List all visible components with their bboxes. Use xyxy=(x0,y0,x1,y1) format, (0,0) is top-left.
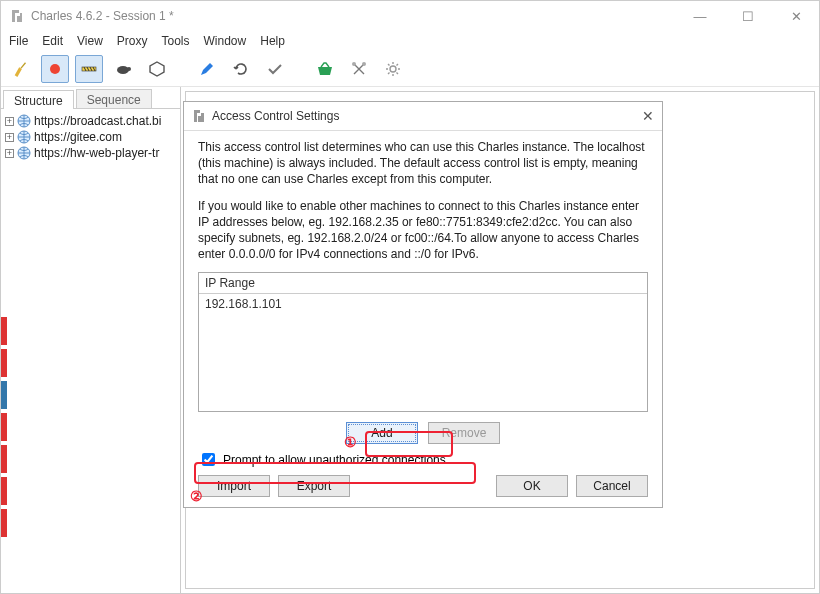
export-button[interactable]: Export xyxy=(278,475,350,497)
add-button[interactable]: Add xyxy=(346,422,418,444)
svg-point-5 xyxy=(352,62,356,66)
dialog-close-button[interactable]: ✕ xyxy=(642,108,654,124)
globe-icon xyxy=(17,114,31,128)
expand-icon[interactable]: + xyxy=(5,117,14,126)
minimize-button[interactable]: — xyxy=(685,9,715,24)
menu-window[interactable]: Window xyxy=(204,34,247,48)
gear-icon[interactable] xyxy=(379,55,407,83)
svg-point-7 xyxy=(390,66,396,72)
menu-help[interactable]: Help xyxy=(260,34,285,48)
cancel-button[interactable]: Cancel xyxy=(576,475,648,497)
window-titlebar: Charles 4.6.2 - Session 1 * — ☐ ✕ xyxy=(1,1,819,31)
ip-range-header: IP Range xyxy=(199,273,647,294)
menu-tools[interactable]: Tools xyxy=(162,34,190,48)
broom-icon[interactable] xyxy=(7,55,35,83)
structure-tree[interactable]: + https://broadcast.chat.bi + https://gi… xyxy=(1,109,180,165)
toolbar xyxy=(1,51,819,87)
left-edge-markers xyxy=(1,317,7,537)
maximize-button[interactable]: ☐ xyxy=(733,9,763,24)
menu-edit[interactable]: Edit xyxy=(42,34,63,48)
ip-range-row[interactable]: 192.168.1.101 xyxy=(199,294,647,314)
svg-point-2 xyxy=(117,66,129,74)
dialog-bottom-row: Import Export OK Cancel xyxy=(198,475,648,497)
prompt-checkbox-row[interactable]: Prompt to allow unauthorized connections xyxy=(198,450,648,469)
tree-label: https://hw-web-player-tr xyxy=(34,146,159,160)
dialog-icon xyxy=(192,109,206,123)
tree-label: https://gitee.com xyxy=(34,130,122,144)
menu-file[interactable]: File xyxy=(9,34,28,48)
prompt-checkbox[interactable] xyxy=(202,453,215,466)
menu-proxy[interactable]: Proxy xyxy=(117,34,148,48)
globe-icon xyxy=(17,146,31,160)
tab-structure[interactable]: Structure xyxy=(3,90,74,109)
app-icon xyxy=(9,8,25,24)
ok-button[interactable]: OK xyxy=(496,475,568,497)
globe-icon xyxy=(17,130,31,144)
add-remove-row: Add Remove xyxy=(198,422,648,444)
window-controls: — ☐ ✕ xyxy=(685,9,811,24)
tree-item[interactable]: + https://broadcast.chat.bi xyxy=(5,113,176,129)
menubar: File Edit View Proxy Tools Window Help xyxy=(1,31,819,51)
turtle-icon[interactable] xyxy=(109,55,137,83)
left-pane: Structure Sequence + https://broadcast.c… xyxy=(1,87,181,593)
basket-icon[interactable] xyxy=(311,55,339,83)
expand-icon[interactable]: + xyxy=(5,133,14,142)
dialog-titlebar[interactable]: Access Control Settings ✕ xyxy=(184,102,662,130)
ip-range-list[interactable]: IP Range 192.168.1.101 xyxy=(198,272,648,412)
remove-button[interactable]: Remove xyxy=(428,422,500,444)
tabs-row: Structure Sequence xyxy=(1,87,180,109)
dialog-title: Access Control Settings xyxy=(212,109,642,123)
tree-item[interactable]: + https://hw-web-player-tr xyxy=(5,145,176,161)
tree-label: https://broadcast.chat.bi xyxy=(34,114,161,128)
tree-item[interactable]: + https://gitee.com xyxy=(5,129,176,145)
tools-icon[interactable] xyxy=(345,55,373,83)
window-title: Charles 4.6.2 - Session 1 * xyxy=(31,9,685,23)
svg-point-3 xyxy=(127,67,131,71)
dialog-description-1: This access control list determines who … xyxy=(198,139,648,188)
dialog-description-2: If you would like to enable other machin… xyxy=(198,198,648,263)
prompt-checkbox-label: Prompt to allow unauthorized connections xyxy=(223,453,446,467)
access-control-dialog: Access Control Settings ✕ This access co… xyxy=(183,101,663,508)
refresh-icon[interactable] xyxy=(227,55,255,83)
record-icon[interactable] xyxy=(41,55,69,83)
dialog-body: This access control list determines who … xyxy=(184,130,662,507)
pen-icon[interactable] xyxy=(193,55,221,83)
close-button[interactable]: ✕ xyxy=(781,9,811,24)
tab-sequence[interactable]: Sequence xyxy=(76,89,152,108)
menu-view[interactable]: View xyxy=(77,34,103,48)
svg-marker-4 xyxy=(150,62,164,76)
expand-icon[interactable]: + xyxy=(5,149,14,158)
svg-point-0 xyxy=(50,64,60,74)
svg-point-6 xyxy=(362,62,366,66)
check-icon[interactable] xyxy=(261,55,289,83)
hexagon-icon[interactable] xyxy=(143,55,171,83)
import-button[interactable]: Import xyxy=(198,475,270,497)
throttle-icon[interactable] xyxy=(75,55,103,83)
